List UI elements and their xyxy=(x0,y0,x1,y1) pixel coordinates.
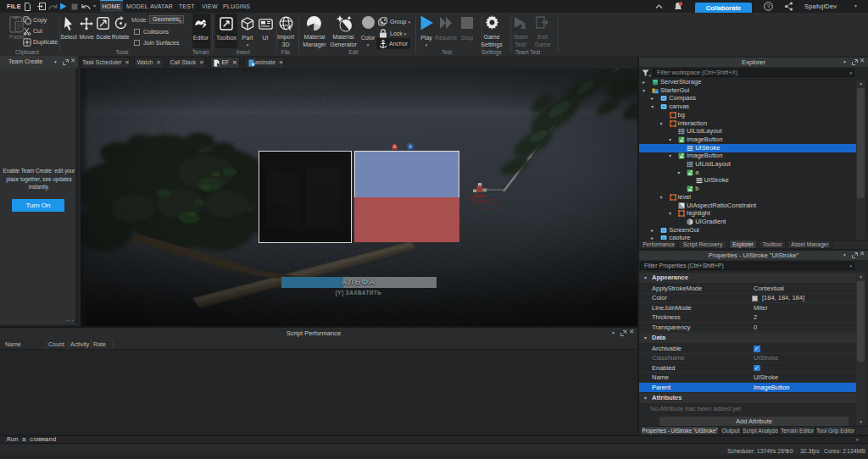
svg-text:?: ? xyxy=(767,3,771,9)
